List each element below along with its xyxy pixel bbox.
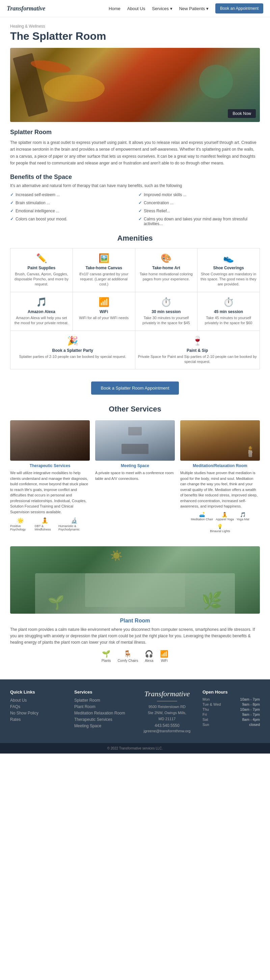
services-cards: Therapeutic Services We will utilize int… xyxy=(10,420,260,533)
amenity-paint-supplies: ✏️ Paint Supplies Brush, Canvas, Apron, … xyxy=(10,248,73,292)
benefits-intro: It's an alternative and natural form of … xyxy=(10,183,260,188)
footer-link-splatter[interactable]: Splatter Room xyxy=(74,698,132,703)
service-card-meditation: 🕯️ Meditation/Relaxation Room Multiple s… xyxy=(180,420,260,533)
splatter-room-desc: The splatter room is a great outlet to e… xyxy=(10,139,260,167)
footer-link-no-show[interactable]: No Show Policy xyxy=(10,711,67,716)
other-services-section: Other Services Therapeutic Services We w… xyxy=(0,405,270,546)
footer-quick-links: Quick Links About Us FAQs No Show Policy… xyxy=(10,689,67,733)
benefit-item: ✓Increased self-esteem ... xyxy=(10,191,132,198)
benefit-item: ✓Brain stimulation ... xyxy=(10,199,132,206)
hours-row-sat: Sat8am - 4pm xyxy=(203,718,260,722)
nav-links: Home About Us Services ▾ New Patients ▾ … xyxy=(109,3,263,13)
footer-phone: 443.540.5550 xyxy=(138,723,196,728)
footer-link-faqs[interactable]: FAQs xyxy=(10,704,67,709)
footer-hours: Open Hours Mon10am - 7pm Tue & Wed9am - … xyxy=(203,689,260,733)
service-card-meeting: Meeting Space A private space to meet wi… xyxy=(95,420,175,533)
service-card-title-meditation: Meditation/Relaxation Room xyxy=(180,463,260,468)
amenity-alexa: 🎵 Amazon Alexa Amazon Alexa will help yo… xyxy=(10,292,73,331)
footer-link-rates[interactable]: Rates xyxy=(10,717,67,722)
amenity-splatter-party: 🎉 Book a Splatter Party Splatter parties… xyxy=(10,331,135,369)
benefits-grid: ✓Increased self-esteem ... ✓Improved mot… xyxy=(10,191,260,227)
footer-address-suite: Ste 2NW, Owings Mills, xyxy=(138,710,196,716)
amenity-wifi: 📶 WiFi WiFi for all of your WiFi needs xyxy=(73,292,135,331)
navbar: Transformative Home About Us Services ▾ … xyxy=(0,0,270,17)
footer: Quick Links About Us FAQs No Show Policy… xyxy=(0,679,270,743)
footer-link-meeting[interactable]: Meeting Space xyxy=(74,724,132,728)
service-card-title-therapeutic: Therapeutic Services xyxy=(10,463,90,468)
amenity-take-home-art: 🎨 Take-home Art Take home motivational c… xyxy=(135,248,197,292)
hours-row-sun: Sunclosed xyxy=(203,722,260,727)
amenity-45min: ⏱️ 45 min session Take 45 minutes to you… xyxy=(197,292,260,331)
service-card-desc-meditation: Multiple studies have proven that mediat… xyxy=(180,470,260,509)
footer-link-therapeutic[interactable]: Therapeutic Services xyxy=(74,717,132,722)
hours-row-mon: Mon10am - 7pm xyxy=(203,697,260,701)
meditation-icons: 🛋️Meditation Chair 🧘Apparel Yoga 🎵Yoga M… xyxy=(180,512,260,533)
benefits-section: Benefits of the Space It's an alternativ… xyxy=(0,173,270,234)
footer-link-about[interactable]: About Us xyxy=(10,698,67,703)
plant-room-desc: The plant room provides a calm nature li… xyxy=(10,627,260,646)
nav-services-dropdown[interactable]: Services ▾ xyxy=(152,6,172,11)
hours-row-fri: Fri9am - 7pm xyxy=(203,713,260,716)
footer-bottom: © 2022 Transformative services LLC. xyxy=(0,743,270,754)
footer-email: jgreene@transformthmw.org xyxy=(138,729,196,733)
hero-image: Book Now xyxy=(10,48,260,122)
footer-quick-links-title: Quick Links xyxy=(10,689,67,695)
service-card-title-meeting: Meeting Space xyxy=(95,463,175,468)
footer-link-meditation[interactable]: Meditation Relaxation Room xyxy=(74,711,132,716)
amenities-section: Amenities ✏️ Paint Supplies Brush, Canva… xyxy=(0,234,270,376)
footer-address-zip: MD 21117 xyxy=(138,716,196,722)
footer-link-plant[interactable]: Plant Room xyxy=(74,704,132,709)
plant-room-title: Plant Room xyxy=(10,618,260,624)
footer-services-title: Services xyxy=(74,689,132,695)
benefit-item: ✓Calms you down and takes your mind away… xyxy=(138,216,260,227)
nav-book-appointment-button[interactable]: Book an Appointment xyxy=(215,3,263,13)
plant-room-section: 🌿 🌱 ☀️ Plant Room The plant room provide… xyxy=(0,546,270,673)
plant-room-icons: 🌱Plants 🪑Comfy Chairs 🎧Alexa 📶WiFi xyxy=(10,650,260,663)
page-section: Healing & Wellness The Splatter Room Boo… xyxy=(0,17,270,673)
book-now-button[interactable]: Book Now xyxy=(228,109,256,118)
splatter-appointment-button[interactable]: Book a Splatter Room Appointment xyxy=(91,382,179,395)
footer-services: Services Splatter Room Plant Room Medita… xyxy=(74,689,132,733)
footer-logo: Transformative xyxy=(138,689,196,698)
benefits-title: Benefits of the Space xyxy=(10,173,260,181)
amenities-title: Amenities xyxy=(10,234,260,243)
benefit-item: ✓Colors can boost your mood. xyxy=(10,216,132,227)
benefit-item: ✓Concentration ... xyxy=(138,199,260,206)
benefit-item: ✓Improved motor skills ... xyxy=(138,191,260,198)
service-card-desc-therapeutic: We will utilize integrative modalities t… xyxy=(10,470,90,515)
footer-address-street: 9500 Reisterstown RD xyxy=(138,704,196,710)
therapeutic-icons: 🌟 Positive Psychology 🧘 DBT & Mindfulnes… xyxy=(10,517,90,531)
nav-new-patients-dropdown[interactable]: New Patients ▾ xyxy=(179,6,209,11)
splatter-room-title: Splatter Room xyxy=(10,129,260,136)
amenity-shoe-coverings: 👟 Shoe Coverings Shoe Coverings are mand… xyxy=(197,248,260,292)
benefit-item: ✓Stress Relief... xyxy=(138,208,260,214)
hours-row-thu: Thu10am - 7pm xyxy=(203,707,260,711)
cta-section: Book a Splatter Room Appointment xyxy=(0,376,270,405)
service-card-therapeutic: Therapeutic Services We will utilize int… xyxy=(10,420,90,533)
amenity-canvas: 🖼️ Take-home Canvas 8'x10' canvas grante… xyxy=(73,248,135,292)
footer-hours-title: Open Hours xyxy=(203,689,260,695)
healing-label: Healing & Wellness xyxy=(0,17,270,30)
service-card-desc-meeting: A private space to meet with a conferenc… xyxy=(95,470,175,481)
splatter-room-section: Splatter Room The splatter room is a gre… xyxy=(0,122,270,173)
amenities-grid: ✏️ Paint Supplies Brush, Canvas, Apron, … xyxy=(10,248,260,370)
page-title: The Splatter Room xyxy=(0,30,270,48)
other-services-title: Other Services xyxy=(10,405,260,414)
benefit-item: ✓Emotional intelligence ... xyxy=(10,208,132,214)
amenity-30min: ⏱️ 30 min session Take 30 minutes to you… xyxy=(135,292,197,331)
nav-home[interactable]: Home xyxy=(109,6,120,11)
amenity-paint-sip: 🍷 Paint & Sip Private Space for Paint an… xyxy=(135,331,260,369)
nav-about[interactable]: About Us xyxy=(127,6,145,11)
hours-row-tuewed: Tue & Wed9am - 8pm xyxy=(203,702,260,706)
footer-contact: Transformative 9500 Reisterstown RD Ste … xyxy=(138,689,196,733)
nav-logo: Transformative xyxy=(7,5,45,12)
